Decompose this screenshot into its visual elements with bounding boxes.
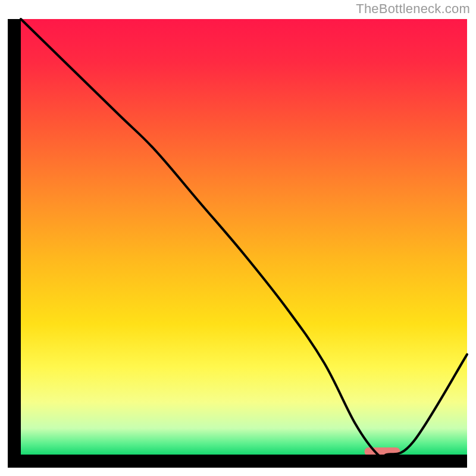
watermark-text: TheBottleneck.com xyxy=(356,1,470,17)
chart-root: TheBottleneck.com xyxy=(0,0,476,476)
y-axis xyxy=(8,19,21,468)
x-axis xyxy=(8,455,467,468)
bottleneck-chart xyxy=(0,0,476,476)
